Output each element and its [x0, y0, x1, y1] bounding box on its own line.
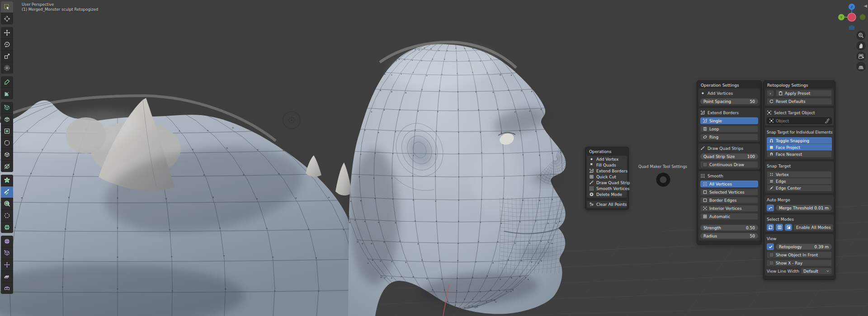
- strength-slider[interactable]: Strength 0.50: [700, 225, 758, 231]
- smooth-icon: [700, 173, 705, 178]
- tool-shrink-fatten[interactable]: [1, 259, 13, 271]
- toggle-perspective-button[interactable]: [856, 62, 866, 71]
- tool-shear[interactable]: [1, 271, 13, 283]
- radius-slider[interactable]: Radius 50: [700, 233, 758, 239]
- extend-borders-section: Extend Borders Single Loop Ring: [698, 108, 760, 142]
- axis-gizmo[interactable]: Z Y: [835, 1, 867, 30]
- snap-target-section: Snap Target Vertex Edge Edge Center: [765, 161, 834, 193]
- edge-mode-toggle[interactable]: [776, 224, 783, 231]
- tool-extrude-region[interactable]: [1, 114, 13, 125]
- button-label: Face Nearest: [776, 152, 802, 157]
- reset-defaults-button[interactable]: Reset Defaults: [767, 98, 832, 105]
- all-vertices-icon: [703, 181, 708, 186]
- single-icon: [703, 118, 708, 123]
- svg-text:Z: Z: [851, 5, 853, 9]
- face-nearest-button[interactable]: Face Nearest: [767, 151, 832, 158]
- retopology-view-toggle[interactable]: [767, 243, 774, 250]
- tool-transform[interactable]: [1, 62, 13, 74]
- tool-rotate[interactable]: [1, 39, 13, 51]
- viewport-mode-label: User Perspective: [22, 2, 54, 7]
- tool-knife[interactable]: [1, 161, 13, 172]
- zoom-button[interactable]: [856, 31, 866, 40]
- operations-item-delete-mode[interactable]: Delete Mode: [587, 191, 627, 197]
- retopology-offset-slider[interactable]: Retopology 0.39 m: [776, 244, 832, 250]
- smooth-border-edges-button[interactable]: Border Edges: [700, 197, 758, 204]
- show-xray-checkbox[interactable]: Show X - Ray: [767, 260, 832, 266]
- face-nearest-icon: [769, 152, 774, 157]
- smooth-all-vertices-button[interactable]: All Vertices: [700, 181, 758, 187]
- tool-move[interactable]: [1, 27, 13, 39]
- snap-edge-center-button[interactable]: Edge Center: [767, 185, 832, 191]
- menu-item-label: Quick Cut: [596, 175, 616, 179]
- expand-preset-button[interactable]: ›: [767, 90, 774, 97]
- tool-bevel[interactable]: [1, 137, 13, 149]
- operations-item-draw-quad-strip[interactable]: Draw Quad Strip: [587, 180, 627, 186]
- tool-measure[interactable]: [1, 88, 13, 99]
- snap-edge-button[interactable]: Edge: [767, 178, 832, 185]
- object-placeholder: Object: [776, 119, 823, 123]
- slider-value: 0.39 m: [814, 245, 829, 249]
- gizmo-x-axis[interactable]: [848, 13, 856, 21]
- apply-preset-button[interactable]: Apply Preset: [776, 90, 832, 97]
- tool-inset-faces[interactable]: [1, 125, 13, 137]
- draw-quad-strips-section: Draw Quad Strips Quad Strip Size 100 Con…: [698, 144, 760, 169]
- object-field[interactable]: Object: [767, 117, 832, 124]
- tool-rip-edge[interactable]: [1, 283, 13, 294]
- vertex-icon: [769, 172, 774, 177]
- check-icon: [768, 244, 773, 249]
- gizmo-z-neg-axis[interactable]: [849, 25, 855, 30]
- auto-merge-toggle[interactable]: [767, 204, 774, 211]
- face-project-button[interactable]: Face Project: [767, 144, 832, 151]
- tool-loop-cut[interactable]: [1, 149, 13, 161]
- smooth-automatic-button[interactable]: Automatic: [700, 213, 758, 220]
- tool-lasso-circle[interactable]: [1, 210, 13, 222]
- extend-mode-ring-button[interactable]: Ring: [700, 134, 758, 140]
- smooth-selected-vertices-button[interactable]: Selected Vertices: [700, 189, 758, 195]
- operations-item-add-vertex[interactable]: Add Vertex: [587, 156, 627, 162]
- tool-rip-region[interactable]: [1, 247, 13, 259]
- gizmo-y-neg-axis[interactable]: [860, 14, 866, 20]
- tool-quad-maker[interactable]: [1, 186, 13, 198]
- extend-mode-loop-button[interactable]: Loop: [700, 125, 758, 132]
- tool-add-cube[interactable]: [1, 102, 13, 114]
- edge-icon: [769, 179, 774, 184]
- tool-spin[interactable]: [1, 222, 13, 233]
- checkbox-label: Show X - Ray: [776, 261, 802, 265]
- enable-all-modes-button[interactable]: Enable All Modes: [794, 224, 833, 231]
- button-label: Border Edges: [709, 198, 736, 203]
- face-mode-toggle[interactable]: [785, 224, 792, 231]
- face-project-icon: [769, 145, 774, 150]
- tool-annotate[interactable]: [1, 76, 13, 88]
- merge-threshold-slider[interactable]: Merge Threshold 0.01 m: [776, 205, 832, 211]
- operations-item-extend-borders[interactable]: Extend Borders: [587, 168, 627, 174]
- operations-item-quick-cut[interactable]: Quick Cut: [587, 174, 627, 180]
- quad-strip-size-slider[interactable]: Quad Strip Size 100: [700, 153, 758, 159]
- select-target-icon: [767, 110, 772, 115]
- snap-vertex-button[interactable]: Vertex: [767, 171, 832, 178]
- clear-all-points-item[interactable]: Clear All Points: [587, 201, 627, 207]
- point-spacing-slider[interactable]: Point Spacing 50: [700, 98, 758, 104]
- eyedropper-icon[interactable]: [825, 118, 830, 123]
- menu-item-label: Fill Quads: [596, 163, 616, 167]
- smooth-interior-vertices-button[interactable]: Interior Vertices: [700, 205, 758, 212]
- tool-cursor-3d[interactable]: [1, 13, 13, 24]
- continuous-draw-checkbox[interactable]: Continuous Draw: [700, 161, 758, 168]
- tool-smooth-sphere[interactable]: [1, 236, 13, 247]
- tool-poly-build[interactable]: [1, 175, 13, 186]
- vertex-mode-toggle[interactable]: [767, 224, 774, 231]
- view-line-width-dropdown[interactable]: Default: [801, 268, 832, 274]
- toggle-snapping-button[interactable]: Toggle Snapping: [767, 137, 832, 144]
- tool-inspect-cube[interactable]: [1, 198, 13, 210]
- show-object-in-front-checkbox[interactable]: Show Object In Front: [767, 251, 832, 258]
- operations-item-fill-quads[interactable]: Fill Quads: [587, 162, 627, 168]
- extend-mode-single-button[interactable]: Single: [700, 117, 758, 124]
- preset-icon: [778, 91, 783, 96]
- tool-select-box[interactable]: [1, 1, 13, 13]
- camera-view-button[interactable]: [856, 51, 866, 61]
- slider-value: 0.50: [746, 226, 755, 230]
- pan-button[interactable]: [856, 41, 866, 51]
- button-label: Face Project: [776, 145, 800, 150]
- tool-scale[interactable]: [1, 51, 13, 62]
- operations-item-smooth-vertices[interactable]: Smooth Vertices: [587, 186, 627, 191]
- dropdown-value: Default: [803, 269, 818, 274]
